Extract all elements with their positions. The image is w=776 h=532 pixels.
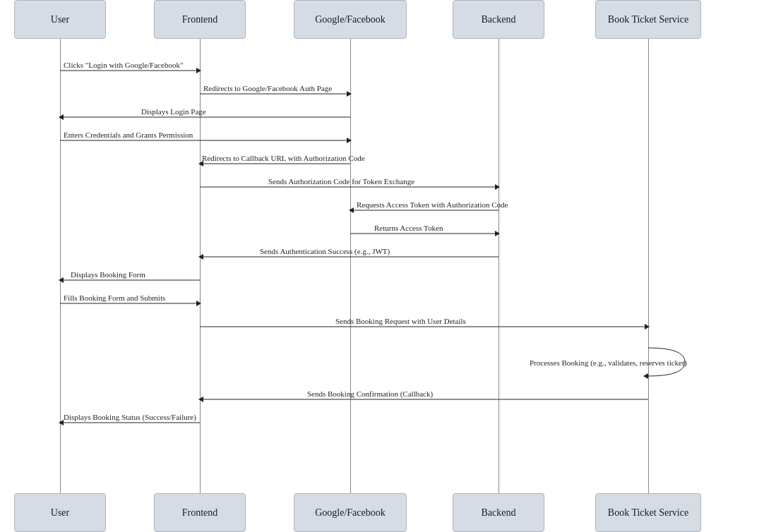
- svg-text:Sends Authentication Success (: Sends Authentication Success (e.g., JWT): [260, 247, 390, 256]
- svg-text:Returns Access Token: Returns Access Token: [374, 224, 443, 232]
- lifeline-frontend: [200, 39, 201, 493]
- lifeline-bookticket: [648, 39, 649, 493]
- actor-backend-top: Backend: [453, 0, 544, 39]
- lifeline-backend: [499, 39, 499, 493]
- actor-google-bottom: Google/Facebook: [294, 493, 407, 532]
- svg-text:Sends Authorization Code for T: Sends Authorization Code for Token Excha…: [268, 177, 414, 186]
- svg-text:Clicks "Login with Google/Face: Clicks "Login with Google/Facebook": [64, 61, 183, 69]
- svg-text:Fills Booking Form and Submits: Fills Booking Form and Submits: [64, 294, 165, 302]
- svg-text:Displays Booking Status (Succe: Displays Booking Status (Success/Failure…: [64, 413, 196, 422]
- svg-text:Enters Credentials and Grants : Enters Credentials and Grants Permission: [64, 131, 193, 139]
- svg-text:Displays Login Page: Displays Login Page: [141, 107, 206, 116]
- actor-bookticket-bottom: Book Ticket Service: [595, 493, 701, 532]
- actor-frontend-top: Frontend: [154, 0, 246, 39]
- svg-text:Sends Booking Confirmation (Ca: Sends Booking Confirmation (Callback): [307, 389, 433, 399]
- sequence-diagram: User Frontend Google/Facebook Backend Bo…: [0, 0, 776, 532]
- actor-user-bottom: User: [14, 493, 106, 532]
- arrows-svg: Clicks "Login with Google/Facebook" Redi…: [0, 0, 776, 532]
- actor-user-top: User: [14, 0, 106, 39]
- lifeline-user: [60, 39, 61, 493]
- svg-marker-36: [643, 373, 648, 379]
- svg-text:Displays Booking Form: Displays Booking Form: [71, 270, 145, 279]
- actor-backend-bottom: Backend: [453, 493, 544, 532]
- svg-text:Requests Access Token with Aut: Requests Access Token with Authorization…: [357, 200, 508, 209]
- actor-frontend-bottom: Frontend: [154, 493, 246, 532]
- svg-text:Processes Booking (e.g., valid: Processes Booking (e.g., validates, rese…: [530, 358, 687, 368]
- svg-text:Redirects to Google/Facebook A: Redirects to Google/Facebook Auth Page: [203, 84, 332, 92]
- lifeline-google: [350, 39, 351, 493]
- svg-text:Redirects to Callback URL with: Redirects to Callback URL with Authoriza…: [202, 154, 365, 162]
- actor-bookticket-top: Book Ticket Service: [595, 0, 701, 39]
- actor-google-top: Google/Facebook: [294, 0, 407, 39]
- svg-text:Sends Booking Request with Use: Sends Booking Request with User Details: [335, 317, 466, 325]
